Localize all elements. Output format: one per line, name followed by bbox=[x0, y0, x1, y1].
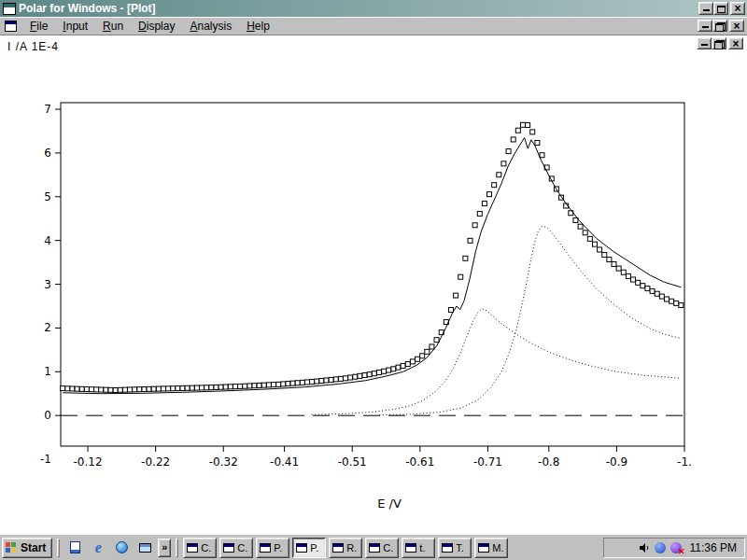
svg-text:-0.8: -0.8 bbox=[538, 455, 559, 469]
menu-run[interactable]: Run bbox=[95, 17, 131, 35]
quick-launch-document-icon[interactable] bbox=[64, 538, 85, 558]
taskbar-button-9[interactable]: M. bbox=[474, 538, 508, 558]
windows-logo-icon bbox=[6, 542, 17, 553]
app-window-icon bbox=[478, 543, 489, 553]
app-window-icon bbox=[332, 543, 344, 553]
svg-text:1: 1 bbox=[44, 365, 51, 378]
start-label: Start bbox=[21, 541, 46, 554]
svg-text:3: 3 bbox=[44, 278, 51, 291]
taskbar-button-5[interactable]: R. bbox=[329, 538, 362, 558]
globe-icon bbox=[116, 541, 128, 553]
restore-icon bbox=[715, 22, 726, 32]
svg-text:-0.32: -0.32 bbox=[209, 455, 238, 469]
svg-text:-0.22: -0.22 bbox=[141, 455, 170, 469]
svg-text:6: 6 bbox=[44, 147, 51, 160]
taskbar-button-3[interactable]: P. bbox=[256, 538, 289, 558]
internet-explorer-icon: e bbox=[95, 540, 102, 555]
app-window-icon bbox=[405, 543, 416, 553]
taskbar-button-6[interactable]: C. bbox=[365, 538, 399, 558]
tray-clock[interactable]: 11:36 PM bbox=[690, 541, 737, 554]
network-status-icon[interactable] bbox=[655, 542, 666, 553]
titlebar[interactable]: Polar for Windows - [Plot] × bbox=[0, 0, 747, 17]
plot-client-area: I /A 1E-4 × 76543210-1-0.12-0.22-0.32-0.… bbox=[0, 35, 747, 534]
taskbar-button-2[interactable]: C. bbox=[219, 538, 253, 558]
menu-display[interactable]: Display bbox=[131, 17, 182, 35]
app-window-icon bbox=[187, 543, 198, 553]
minimize-icon bbox=[702, 26, 709, 28]
taskbar-button-8[interactable]: T. bbox=[438, 538, 472, 558]
minimize-button[interactable] bbox=[698, 2, 713, 15]
error-badge-icon: ✕ bbox=[678, 548, 685, 556]
taskbar-button-4-active[interactable]: P. bbox=[292, 538, 326, 558]
svg-text:-0.61: -0.61 bbox=[405, 455, 434, 469]
svg-text:7: 7 bbox=[44, 103, 51, 116]
menu-input[interactable]: Input bbox=[55, 17, 95, 35]
svg-text:2: 2 bbox=[44, 321, 51, 334]
quick-launch-overflow-button[interactable]: » bbox=[158, 539, 171, 557]
toolbar-grip[interactable] bbox=[57, 539, 60, 557]
app-window-icon bbox=[296, 543, 307, 553]
svg-text:5: 5 bbox=[44, 190, 51, 203]
svg-text:-0.9: -0.9 bbox=[606, 455, 627, 469]
polar-app-window: Polar for Windows - [Plot] × File Input … bbox=[0, 0, 747, 560]
quick-launch-globe-icon[interactable] bbox=[111, 538, 132, 558]
taskbar-button-1[interactable]: C. bbox=[183, 538, 217, 558]
toolbar-grip[interactable] bbox=[176, 539, 178, 557]
dialup-error-icon[interactable]: ✕ bbox=[670, 542, 682, 553]
svg-text:-1: -1 bbox=[40, 453, 51, 466]
child-minimize-button[interactable] bbox=[698, 20, 712, 32]
svg-text:-0.12: -0.12 bbox=[74, 455, 103, 469]
quick-launch-internet-explorer-icon[interactable]: e bbox=[88, 538, 108, 558]
menu-file[interactable]: File bbox=[22, 17, 55, 35]
maximize-icon bbox=[717, 6, 726, 13]
plot-document-icon[interactable] bbox=[5, 21, 17, 32]
task-button-strip: C. C. P. P. R. C. t. T. M. bbox=[183, 538, 508, 558]
start-button[interactable]: Start bbox=[2, 538, 52, 558]
window-title: Polar for Windows - [Plot] bbox=[19, 2, 698, 15]
app-window-icon bbox=[442, 543, 453, 553]
svg-text:-0.51: -0.51 bbox=[338, 455, 367, 469]
window-controls: × bbox=[698, 2, 745, 15]
app-icon[interactable] bbox=[3, 3, 16, 15]
svg-text:E /V: E /V bbox=[377, 497, 402, 511]
menu-help[interactable]: Help bbox=[239, 17, 277, 35]
polarogram-chart: 76543210-1-0.12-0.22-0.32-0.41-0.51-0.61… bbox=[0, 35, 747, 534]
svg-text:-0.71: -0.71 bbox=[473, 455, 502, 469]
quick-launch-show-desktop-icon[interactable] bbox=[134, 538, 155, 558]
svg-text:4: 4 bbox=[44, 234, 51, 247]
close-button[interactable]: × bbox=[730, 2, 745, 15]
child-window-controls: × bbox=[698, 20, 744, 32]
taskbar-button-7[interactable]: t. bbox=[402, 538, 435, 558]
child-close-button[interactable]: × bbox=[729, 20, 744, 32]
svg-text:-1.: -1. bbox=[677, 455, 692, 469]
app-window-icon bbox=[223, 543, 234, 553]
document-icon bbox=[70, 541, 80, 553]
taskbar: Start e » C. C. P. P. R. C. t. T. M. ✕ 1… bbox=[0, 534, 747, 560]
minimize-icon bbox=[703, 9, 710, 11]
svg-text:-0.41: -0.41 bbox=[270, 455, 299, 469]
menubar: File Input Run Display Analysis Help × bbox=[0, 17, 747, 35]
volume-icon[interactable] bbox=[639, 542, 650, 553]
system-tray: ✕ 11:36 PM bbox=[603, 538, 745, 558]
app-window-icon bbox=[369, 543, 380, 553]
app-window-icon bbox=[260, 543, 271, 553]
child-restore-button[interactable] bbox=[712, 20, 727, 32]
desktop-icon bbox=[139, 543, 151, 553]
svg-text:0: 0 bbox=[44, 409, 51, 422]
maximize-button[interactable] bbox=[713, 2, 728, 15]
menu-analysis[interactable]: Analysis bbox=[182, 17, 239, 35]
